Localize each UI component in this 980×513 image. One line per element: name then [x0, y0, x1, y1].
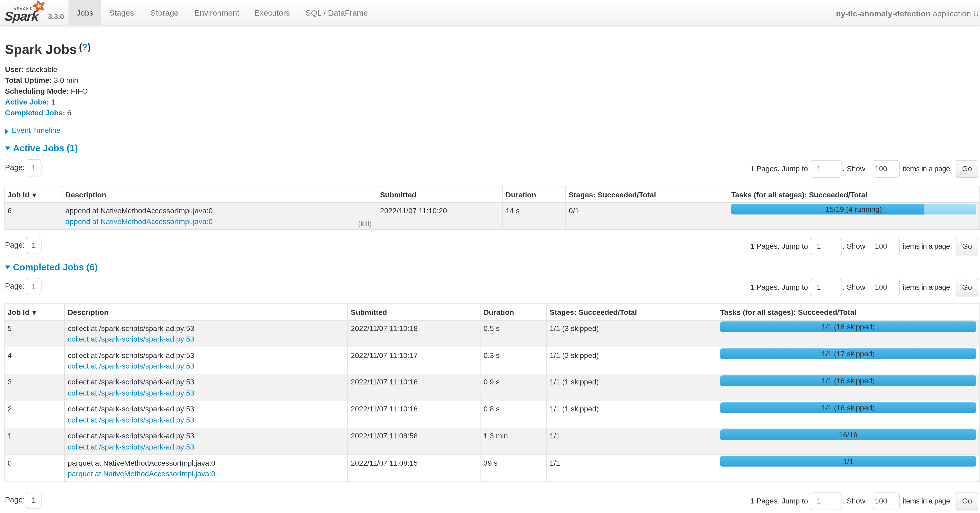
svg-text:Spark: Spark — [4, 9, 40, 23]
